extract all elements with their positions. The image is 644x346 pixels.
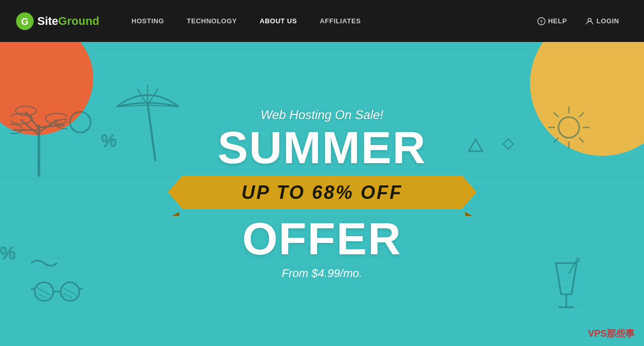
svg-text:G: G xyxy=(21,16,28,26)
discount-ribbon: UP TO 68% OFF xyxy=(182,176,462,209)
drink-icon xyxy=(551,258,582,310)
percent1-icon: % xyxy=(101,130,117,151)
svg-point-23 xyxy=(559,117,579,138)
ribbon-wrapper: UP TO 68% OFF xyxy=(172,176,473,212)
help-link[interactable]: ? HELP xyxy=(528,0,577,42)
nav-link-technology[interactable]: TECHNOLOGY xyxy=(176,0,249,42)
hero-content: Web Hosting On Sale! SUMMER UP TO 68% OF… xyxy=(172,108,473,280)
ribbon-text: UP TO 68% OFF xyxy=(241,182,403,204)
hero-subtitle: Web Hosting On Sale! xyxy=(172,108,473,122)
svg-marker-41 xyxy=(556,263,577,294)
nav-right: ? HELP LOGIN xyxy=(528,0,628,42)
svg-line-16 xyxy=(148,104,155,161)
circle-outline-icon xyxy=(67,109,93,135)
help-circle-icon: ? xyxy=(537,17,546,25)
svg-line-29 xyxy=(579,138,584,142)
navbar: G SiteGround HOSTING TECHNOLOGY ABOUT US… xyxy=(0,0,644,42)
svg-text:%: % xyxy=(101,131,117,150)
ribbon-left-shadow xyxy=(172,212,179,216)
svg-line-31 xyxy=(554,138,559,142)
svg-text:?: ? xyxy=(540,19,543,24)
hero-price: From $4.99/mo. xyxy=(172,267,473,280)
palm-tree-icon xyxy=(10,94,67,177)
site-logo[interactable]: G SiteGround xyxy=(16,12,99,31)
wave-icon xyxy=(31,258,57,268)
nav-link-about-us[interactable]: ABOUT US xyxy=(248,0,308,42)
percent2-icon: % xyxy=(0,242,16,263)
svg-line-40 xyxy=(63,293,73,298)
hero-section: % % Web Hosting On Sale! SUMMER UP TO 68… xyxy=(0,42,644,346)
svg-line-9 xyxy=(39,125,65,127)
hero-title-offer: OFFER xyxy=(172,216,473,262)
svg-line-38 xyxy=(37,293,47,298)
svg-point-13 xyxy=(10,124,22,134)
hero-title-summer: SUMMER xyxy=(172,125,473,170)
nav-link-hosting[interactable]: HOSTING xyxy=(120,0,176,42)
watermark: VPS那些事 xyxy=(588,327,635,340)
svg-point-22 xyxy=(70,112,91,133)
svg-rect-47 xyxy=(503,139,513,149)
diamond-icon xyxy=(502,138,514,150)
svg-line-28 xyxy=(554,112,559,117)
logo-text: SiteGround xyxy=(37,15,99,28)
siteground-logo-icon: G xyxy=(16,12,34,31)
user-icon xyxy=(585,17,594,25)
svg-point-45 xyxy=(576,258,579,262)
ribbon-right-shadow xyxy=(465,212,473,216)
svg-text:%: % xyxy=(0,243,16,263)
nav-links: HOSTING TECHNOLOGY ABOUT US AFFILIATES xyxy=(120,0,528,42)
sun-icon xyxy=(546,104,592,151)
umbrella-icon xyxy=(114,83,181,161)
login-link[interactable]: LOGIN xyxy=(576,0,628,42)
nav-link-affiliates[interactable]: AFFILIATES xyxy=(308,0,372,42)
svg-line-30 xyxy=(579,112,584,117)
sunglasses-icon xyxy=(31,279,83,305)
